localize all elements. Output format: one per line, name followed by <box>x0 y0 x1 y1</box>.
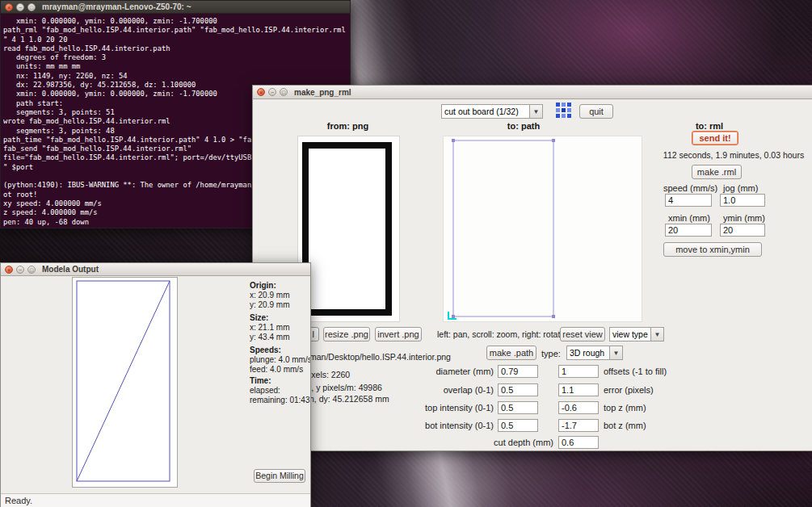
make-png-rml-window: × − □ make_png_rml cut out board (1/32) … <box>252 85 812 451</box>
png-resolution-text: i, y pixels/m: 49986 <box>309 383 382 392</box>
corner-handle <box>452 139 455 142</box>
overlap-input[interactable] <box>498 383 538 396</box>
maximize-icon[interactable]: □ <box>27 266 36 274</box>
toolpath-outline <box>453 140 553 316</box>
minimize-icon[interactable]: − <box>16 266 24 274</box>
make-rml-button[interactable]: make .rml <box>692 165 742 179</box>
from-png-header: from: png <box>297 121 398 131</box>
move-to-xmin-ymin-button[interactable]: move to xmin,ymin <box>663 242 762 257</box>
status-bar: Ready. <box>1 493 310 507</box>
modela-output-window: × − □ Modela Output Origin: x: 20.9 mm y… <box>0 262 311 507</box>
jog-label: jog (mm) <box>723 183 758 193</box>
toolpath-diagonal <box>77 281 170 481</box>
view-type-value: view type <box>609 327 651 341</box>
overlap-label: overlap (0-1) <box>374 385 494 395</box>
bot-intensity-label: bot intensity (0-1) <box>374 421 494 430</box>
corner-handle <box>552 139 555 142</box>
terminal-line: degrees of freedom: 3 <box>3 53 350 62</box>
speeds-feed: feed: 4.0 mm/s <box>250 365 303 374</box>
fab-modules-icon[interactable] <box>555 102 573 119</box>
origin-x: x: 20.9 mm <box>250 291 289 300</box>
png-pixels-text: ixels: 2260 <box>309 370 350 379</box>
speeds-plunge: plunge: 4.0 mm/s <box>250 355 311 364</box>
speed-input[interactable] <box>665 194 712 207</box>
time-elapsed: elapsed: <box>250 386 280 395</box>
invert-png-button[interactable]: invert .png <box>375 327 422 341</box>
terminal-line: path_rml "fab_mod_hello.ISP.44.interior.… <box>3 26 350 35</box>
diameter-label: diameter (mm) <box>374 367 494 376</box>
close-icon[interactable]: × <box>5 266 13 274</box>
ymin-input[interactable] <box>720 224 765 237</box>
origin-heading: Origin: <box>250 281 276 290</box>
cut-depth-label: cut depth (mm) <box>434 438 553 447</box>
size-y: y: 43.4 mm <box>250 333 289 341</box>
resize-png-button[interactable]: resize .png <box>323 327 370 341</box>
maximize-icon[interactable]: □ <box>280 88 288 96</box>
size-heading: Size: <box>250 313 268 322</box>
top-z-input[interactable] <box>558 401 599 414</box>
path-view-hint: left: pan, scroll: zoom, right: rotate <box>437 329 565 339</box>
ymin-label: ymin (mm) <box>723 213 765 223</box>
error-input[interactable] <box>558 383 599 396</box>
chevron-down-icon[interactable]: ▼ <box>651 327 664 341</box>
size-x: x: 21.1 mm <box>250 323 289 332</box>
make-png-rml-titlebar: × − □ make_png_rml <box>253 86 812 99</box>
path-type-dropdown[interactable]: 3D rough ▼ <box>566 346 623 360</box>
png-canvas[interactable] <box>297 136 400 322</box>
cut-depth-input[interactable] <box>558 436 599 449</box>
jog-input[interactable] <box>720 194 765 207</box>
view-type-dropdown[interactable]: view type ▼ <box>609 327 664 341</box>
maximize-icon[interactable]: □ <box>27 3 36 11</box>
bot-z-input[interactable] <box>558 419 599 432</box>
speeds-heading: Speeds: <box>250 346 281 354</box>
minimize-icon[interactable]: − <box>16 3 24 11</box>
terminal-line: read fab_mod_hello.ISP.44.interior.path <box>3 44 350 53</box>
chevron-down-icon[interactable]: ▼ <box>610 346 623 360</box>
quit-button[interactable]: quit <box>579 104 613 119</box>
time-estimate: 112 seconds, 1.9 minutes, 0.03 hours <box>657 150 810 160</box>
terminal-line: " 4 1 1.0 20 20 <box>3 36 350 44</box>
path-type-value: 3D rough <box>566 346 610 360</box>
terminal-line: units: mm mm mm <box>3 62 350 71</box>
error-label: error (pixels) <box>604 385 654 395</box>
preset-value: cut out board (1/32) <box>441 104 530 119</box>
preset-dropdown[interactable]: cut out board (1/32) ▼ <box>441 104 543 119</box>
top-z-label: top z (mm) <box>604 403 646 413</box>
modela-titlebar: × − □ Modela Output <box>1 263 310 276</box>
modela-toolpath-drawing <box>73 278 177 487</box>
toolpath-preview <box>444 136 642 321</box>
corner-handle <box>452 315 455 318</box>
speed-label: speed (mm/s) <box>663 183 717 193</box>
to-path-header: to: path <box>451 121 596 131</box>
top-intensity-label: top intensity (0-1) <box>374 403 494 413</box>
send-it-button[interactable]: send it! <box>692 131 738 145</box>
close-icon[interactable]: × <box>5 3 13 11</box>
window-title: make_png_rml <box>294 88 351 97</box>
begin-milling-button[interactable]: Begin Milling <box>254 469 305 483</box>
to-rml-header: to: rml <box>649 121 770 131</box>
time-heading: Time: <box>250 376 271 385</box>
top-intensity-input[interactable] <box>498 401 538 414</box>
reset-view-button[interactable]: reset view <box>560 327 605 341</box>
xmin-label: xmin (mm) <box>668 213 710 223</box>
time-remaining: remaining: 01:43 <box>250 396 310 404</box>
corner-handle <box>552 315 555 318</box>
path-canvas[interactable] <box>443 136 642 322</box>
offsets-label: offsets (-1 to fill) <box>604 367 667 376</box>
modela-toolpath-canvas <box>72 277 178 488</box>
png-filename-text: man/Desktop/hello.ISP.44.interior.png <box>309 352 451 362</box>
bot-intensity-input[interactable] <box>498 419 538 432</box>
offsets-input[interactable] <box>558 365 599 378</box>
close-icon[interactable]: × <box>257 88 265 96</box>
terminal-line: xmin: 0.000000, ymin: 0.000000, zmin: -1… <box>3 17 350 26</box>
make-path-button[interactable]: make .path <box>486 346 536 360</box>
diameter-input[interactable] <box>498 365 538 378</box>
window-title: Modela Output <box>42 265 99 274</box>
terminal-title: mrayman@mrayman-Lenovo-Z50-70: ~ <box>42 2 191 11</box>
chevron-down-icon[interactable]: ▼ <box>530 104 543 119</box>
xmin-input[interactable] <box>665 224 712 237</box>
terminal-line: nx: 1149, ny: 2260, nz: 54 <box>3 72 350 81</box>
minimize-icon[interactable]: − <box>268 88 276 96</box>
type-label: type: <box>541 349 561 358</box>
bot-z-label: bot z (mm) <box>604 421 646 430</box>
